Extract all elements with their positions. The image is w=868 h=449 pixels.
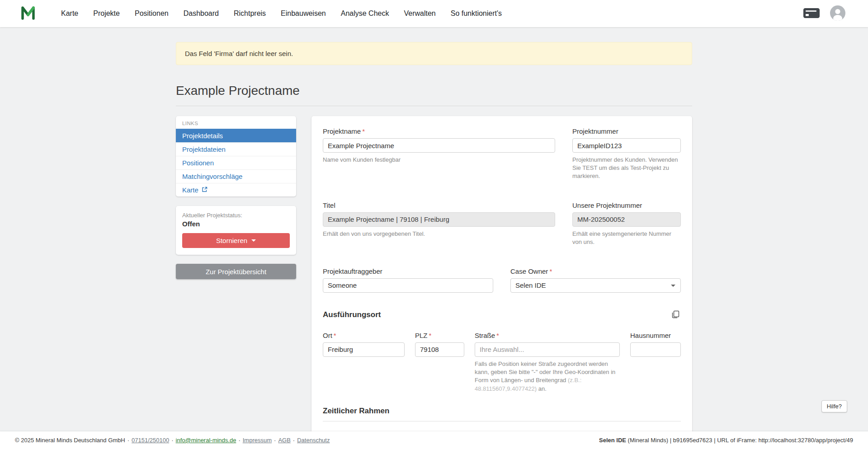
sidebar-item-matchingvorschlaege[interactable]: Matchingvorschläge	[176, 169, 296, 183]
projektnummer-helper: Projektnummer des Kunden. Verwenden Sie …	[572, 156, 681, 181]
footer-email-link[interactable]: info@mineral-minds.de	[176, 437, 236, 444]
sidebar-item-positionen[interactable]: Positionen	[176, 156, 296, 169]
projektname-helper: Name vom Kunden festlegbar	[323, 156, 555, 164]
strasse-input[interactable]	[475, 342, 620, 357]
projektname-label: Projektname*	[323, 127, 555, 135]
chevron-down-icon	[671, 285, 675, 287]
plz-input[interactable]	[415, 342, 464, 357]
footer-session-info: Selen IDE (Mineral Minds) | b91695ed7623…	[599, 437, 853, 444]
required-asterisk: *	[334, 332, 336, 339]
projektname-input[interactable]	[323, 138, 555, 153]
footer-separator: ·	[171, 437, 173, 444]
sidebar-item-projektdetails[interactable]: Projektdetails	[176, 129, 296, 142]
hausnummer-label: Hausnummer	[630, 332, 681, 339]
required-asterisk: *	[362, 127, 365, 135]
case-owner-select[interactable]: Selen IDE	[510, 278, 681, 293]
server-icon-button[interactable]	[803, 8, 820, 19]
nav-item-so-funktionierts[interactable]: So funktioniert's	[451, 9, 502, 18]
nav-item-analyse-check[interactable]: Analyse Check	[341, 9, 389, 18]
avatar-button[interactable]	[830, 5, 845, 22]
sidebar-item-karte-label: Karte	[182, 186, 198, 194]
required-asterisk: *	[429, 332, 432, 339]
zur-projektuebersicht-button[interactable]: Zur Projektübersicht	[176, 264, 296, 279]
page-title: Example Projectname	[176, 84, 692, 98]
external-link-icon	[202, 186, 208, 194]
main-nav: Karte Projekte Positionen Dashboard Rich…	[61, 9, 502, 18]
footer-separator: ·	[238, 437, 240, 444]
required-asterisk: *	[496, 332, 499, 339]
nav-item-projekte[interactable]: Projekte	[93, 9, 120, 18]
status-label: Aktueller Projektstatus:	[182, 212, 290, 219]
hilfe-button[interactable]: Hilfe?	[821, 400, 847, 412]
titel-input	[323, 212, 555, 227]
unsere-projektnummer-label: Unsere Projektnummer	[572, 201, 681, 209]
projektauftraggeber-label: Projektauftraggeber	[323, 267, 493, 275]
nav-item-karte[interactable]: Karte	[61, 9, 78, 18]
server-icon	[803, 8, 820, 19]
footer-session-details: (Mineral Minds) | b91695ed7623 | URL of …	[626, 437, 853, 444]
footer-separator: ·	[127, 437, 129, 444]
footer-separator: ·	[274, 437, 276, 444]
sidebar-item-karte[interactable]: Karte	[176, 183, 296, 196]
footer-agb-link[interactable]: AGB	[278, 437, 290, 444]
footer-user-name: Selen IDE	[599, 437, 626, 444]
nav-item-verwalten[interactable]: Verwalten	[404, 9, 435, 18]
case-owner-selected-value: Selen IDE	[515, 281, 546, 289]
left-sidebar: LINKS Projektdetails Projektdateien Posi…	[176, 116, 296, 279]
page-body: Das Feld 'Firma' darf nicht leer sein. E…	[0, 42, 868, 449]
strasse-label: Straße*	[475, 332, 620, 339]
case-owner-label: Case Owner*	[510, 267, 681, 275]
projektnummer-input[interactable]	[572, 138, 681, 153]
footer: © 2025 Mineral Minds Deutschland GmbH · …	[0, 431, 868, 449]
copy-icon	[671, 310, 680, 320]
footer-separator: ·	[293, 437, 295, 444]
mineral-minds-logo-icon	[20, 5, 38, 22]
footer-impressum-link[interactable]: Impressum	[243, 437, 272, 444]
nav-item-einbauweisen[interactable]: Einbauweisen	[281, 9, 326, 18]
links-card-header: LINKS	[176, 116, 296, 129]
section-divider	[323, 421, 681, 421]
sidebar-item-projektdateien[interactable]: Projektdateien	[176, 142, 296, 156]
project-details-card: Projektname* Name vom Kunden festlegbar …	[311, 116, 692, 449]
zeitlicher-rahmen-section-title: Zeitlicher Rahmen	[323, 407, 681, 416]
validation-alert: Das Feld 'Firma' darf nicht leer sein.	[176, 42, 692, 65]
caret-down-icon	[251, 239, 256, 242]
stornieren-button[interactable]: Stornieren	[182, 233, 290, 248]
logo[interactable]	[20, 5, 38, 22]
footer-datenschutz-link[interactable]: Datenschutz	[297, 437, 330, 444]
status-value: Offen	[182, 220, 290, 228]
hausnummer-input[interactable]	[630, 342, 681, 357]
ort-label: Ort*	[323, 332, 405, 339]
ausfuehrungsort-section-title: Ausführungsort	[323, 310, 381, 319]
footer-phone-link[interactable]: 07151/250100	[132, 437, 169, 444]
nav-item-richtpreis[interactable]: Richtpreis	[234, 9, 266, 18]
nav-item-dashboard[interactable]: Dashboard	[184, 9, 219, 18]
user-avatar-icon	[830, 5, 845, 22]
copy-address-button[interactable]	[670, 309, 681, 321]
title-divider	[176, 106, 692, 106]
stornieren-button-label: Stornieren	[216, 237, 247, 244]
projektnummer-label: Projektnummer	[572, 127, 681, 135]
ort-input[interactable]	[323, 342, 405, 357]
footer-copyright: © 2025 Mineral Minds Deutschland GmbH	[15, 437, 125, 444]
top-nav: Karte Projekte Positionen Dashboard Rich…	[0, 0, 868, 27]
status-card: Aktueller Projektstatus: Offen Storniere…	[176, 206, 296, 255]
required-asterisk: *	[549, 267, 552, 275]
projektauftraggeber-input[interactable]	[323, 278, 493, 293]
unsere-projektnummer-helper: Erhält eine systemgenerierte Nummer von …	[572, 230, 681, 246]
unsere-projektnummer-input	[572, 212, 681, 227]
titel-helper: Erhält den von uns vorgegebenen Titel.	[323, 230, 555, 238]
titel-label: Titel	[323, 201, 555, 209]
nav-item-positionen[interactable]: Positionen	[135, 9, 169, 18]
plz-label: PLZ*	[415, 332, 464, 339]
links-card: LINKS Projektdetails Projektdateien Posi…	[176, 116, 296, 196]
strasse-helper: Falls die Position keiner Straße zugeord…	[475, 360, 620, 393]
